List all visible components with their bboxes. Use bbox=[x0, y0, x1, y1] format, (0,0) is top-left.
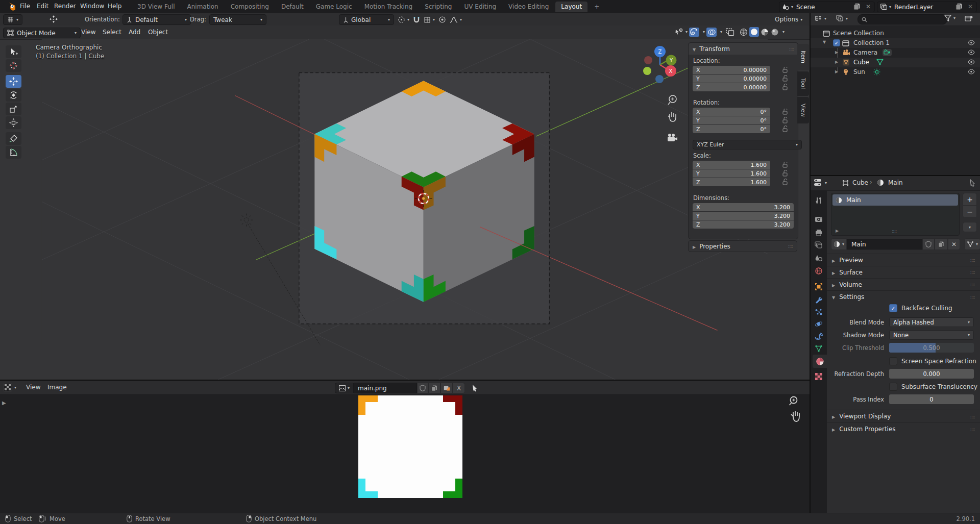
scene-selector[interactable]: Scene ✕ bbox=[779, 2, 875, 12]
eye-icon[interactable] bbox=[968, 69, 975, 74]
node-tree-dropdown[interactable] bbox=[964, 238, 980, 250]
workspace-tab-3d-view-full[interactable]: 3D View Full bbox=[132, 2, 181, 12]
workspace-tab-game-logic[interactable]: Game Logic bbox=[310, 2, 358, 12]
viewport-menu-object[interactable]: Object bbox=[143, 26, 173, 39]
orientation-dropdown[interactable]: Default bbox=[122, 14, 191, 25]
image-name-field[interactable]: main.png bbox=[354, 383, 417, 393]
tab-scene[interactable] bbox=[812, 252, 826, 265]
image-editor-menu-image[interactable]: Image bbox=[43, 381, 71, 394]
refraction-depth-field[interactable]: 0.000 bbox=[889, 369, 974, 379]
tab-material[interactable] bbox=[813, 355, 827, 368]
blend-mode-dropdown[interactable]: Alpha Hashed bbox=[889, 317, 974, 327]
material-name-field[interactable]: Main bbox=[847, 239, 922, 249]
rotation-x-field[interactable]: X0° bbox=[693, 108, 770, 116]
snap-target-dropdown[interactable] bbox=[422, 16, 436, 23]
pin-icon[interactable] bbox=[968, 179, 975, 187]
rotation-mode-dropdown[interactable]: XYZ Euler bbox=[693, 140, 802, 149]
screen-space-refraction-checkbox[interactable] bbox=[889, 357, 897, 365]
location-lock-icons[interactable] bbox=[781, 67, 790, 92]
panel-custom-properties[interactable]: Custom Properties :::: bbox=[827, 422, 980, 435]
menu-help[interactable]: Help bbox=[103, 0, 126, 13]
tab-render[interactable] bbox=[812, 213, 826, 226]
annotate-tool-button[interactable] bbox=[6, 132, 21, 145]
pivot-point-dropdown[interactable] bbox=[396, 16, 411, 23]
editor-split-horizontal[interactable] bbox=[0, 380, 810, 381]
tab-output[interactable] bbox=[812, 226, 826, 239]
n-panel-tab-tool[interactable]: Tool bbox=[797, 71, 809, 96]
transform-tool-button[interactable] bbox=[6, 116, 21, 129]
shadow-mode-dropdown[interactable]: None bbox=[889, 330, 974, 340]
transform-orientation-dropdown[interactable]: Global bbox=[339, 14, 394, 25]
properties-subpanel-header[interactable]: Properties :::: bbox=[688, 240, 797, 252]
new-scene-button[interactable] bbox=[853, 3, 861, 11]
add-workspace-button[interactable]: + bbox=[589, 2, 605, 12]
tab-world[interactable] bbox=[812, 264, 826, 278]
image-zoom-button[interactable] bbox=[788, 395, 800, 407]
scale-lock-icons[interactable] bbox=[781, 162, 790, 187]
pin-icon[interactable] bbox=[470, 384, 477, 392]
tab-constraints[interactable] bbox=[812, 329, 826, 342]
scale-z-field[interactable]: Z1.600 bbox=[693, 178, 770, 186]
eye-icon[interactable] bbox=[968, 49, 975, 55]
location-x-field[interactable]: X0.00000 bbox=[693, 66, 770, 74]
panel-preview[interactable]: Preview :::: bbox=[827, 254, 980, 266]
expand-icon[interactable]: ▼ bbox=[823, 40, 826, 44]
material-copy-button[interactable] bbox=[935, 238, 948, 250]
material-slot-selected[interactable]: Main bbox=[832, 194, 958, 206]
editor-split-right[interactable] bbox=[811, 175, 980, 176]
scale-x-field[interactable]: X1.600 bbox=[693, 161, 770, 169]
workspace-tab-compositing[interactable]: Compositing bbox=[225, 2, 275, 12]
panel-viewport-display[interactable]: Viewport Display :::: bbox=[827, 410, 980, 422]
outliner-row-collection[interactable]: ▼ ✓ Collection 1 bbox=[811, 38, 980, 48]
material-unlink-button[interactable]: ✕ bbox=[948, 238, 960, 250]
workspace-tab-motion-tracking[interactable]: Motion Tracking bbox=[359, 2, 418, 12]
filter-funnel-dropdown[interactable] bbox=[944, 15, 955, 21]
new-image-button[interactable] bbox=[428, 383, 440, 393]
expand-icon[interactable]: ▶ bbox=[835, 50, 838, 55]
unlink-image-button[interactable]: X bbox=[453, 383, 465, 393]
show-object-types-dropdown[interactable] bbox=[675, 28, 688, 36]
tab-view-layer[interactable] bbox=[812, 239, 826, 252]
options-dropdown[interactable]: Options bbox=[775, 16, 802, 23]
panel-settings[interactable]: Settings :::: bbox=[827, 290, 980, 303]
workspace-tab-video-editing[interactable]: Video Editing bbox=[503, 2, 554, 12]
blender-logo-icon[interactable] bbox=[4, 2, 15, 11]
scale-y-field[interactable]: Y1.600 bbox=[693, 169, 770, 178]
add-slot-button[interactable]: + bbox=[963, 193, 977, 206]
outliner-row-camera[interactable]: ▶ Camera bbox=[811, 48, 980, 58]
workspace-tab-uv-editing[interactable]: UV Editing bbox=[459, 2, 502, 12]
workspace-tab-scripting[interactable]: Scripting bbox=[419, 2, 457, 12]
slot-specials-dropdown[interactable] bbox=[963, 222, 977, 232]
rotation-z-field[interactable]: Z0° bbox=[693, 125, 770, 133]
panel-volume[interactable]: Volume :::: bbox=[827, 278, 980, 290]
show-gizmo-toggle[interactable] bbox=[689, 28, 699, 37]
expand-icon[interactable]: ▶ bbox=[835, 60, 838, 64]
fake-user-button[interactable] bbox=[417, 383, 428, 393]
clip-threshold-slider[interactable]: 0.500 bbox=[889, 343, 974, 353]
location-y-field[interactable]: Y0.00000 bbox=[693, 74, 770, 83]
toggle-xray-button[interactable] bbox=[726, 28, 734, 36]
backface-culling-checkbox[interactable]: ✓ bbox=[889, 304, 897, 312]
outliner-row-scene-collection[interactable]: Scene Collection bbox=[811, 29, 980, 38]
navigation-gizmo[interactable]: Z Y X bbox=[638, 45, 685, 162]
outliner-row-cube[interactable]: ▶ Cube bbox=[811, 58, 980, 67]
n-panel-tab-view[interactable]: View bbox=[797, 97, 809, 123]
eye-icon[interactable] bbox=[968, 40, 975, 45]
editor-type-dropdown[interactable] bbox=[3, 383, 16, 392]
browse-material-dropdown[interactable] bbox=[831, 238, 847, 250]
shading-material-preview-button[interactable] bbox=[760, 28, 769, 37]
show-overlays-toggle[interactable] bbox=[706, 28, 717, 37]
editor-split-vertical[interactable] bbox=[810, 13, 811, 513]
workspace-tab-animation[interactable]: Animation bbox=[182, 2, 224, 12]
display-mode-dropdown[interactable] bbox=[815, 15, 826, 22]
select-box-tool-button[interactable] bbox=[6, 45, 21, 58]
rotation-y-field[interactable]: Y0° bbox=[693, 116, 770, 124]
workspace-tab-layout[interactable]: Layout bbox=[555, 2, 587, 12]
drag-dropdown[interactable]: Tweak bbox=[209, 14, 266, 25]
rotation-lock-icons[interactable] bbox=[781, 109, 790, 134]
active-tool-dropdown[interactable] bbox=[3, 14, 22, 25]
browse-image-dropdown[interactable] bbox=[335, 383, 354, 393]
viewport-menu-select[interactable]: Select bbox=[98, 26, 126, 39]
outliner-search-input[interactable] bbox=[870, 16, 933, 23]
rotate-tool-button[interactable] bbox=[6, 89, 21, 102]
